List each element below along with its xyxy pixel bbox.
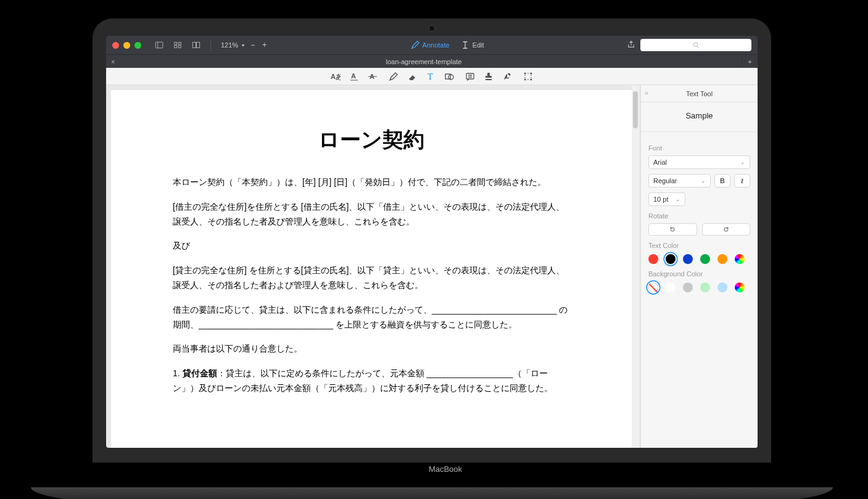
paragraph: 両当事者は以下の通り合意した。	[173, 342, 570, 357]
annotate-mode-label: Annotate	[423, 41, 450, 49]
svg-rect-21	[525, 73, 531, 80]
svg-line-9	[697, 46, 698, 47]
sample-preview: Sample	[641, 102, 758, 132]
panel-title: Text Tool	[686, 90, 713, 97]
paragraph: 及び	[173, 239, 570, 254]
note-icon[interactable]	[465, 72, 475, 81]
minimize-window[interactable]	[123, 42, 130, 49]
rotate-cw-button[interactable]	[702, 223, 751, 236]
color-swatch[interactable]	[735, 282, 745, 292]
svg-rect-5	[178, 46, 181, 48]
pencil-icon[interactable]	[389, 72, 399, 81]
svg-rect-7	[196, 43, 199, 48]
crop-icon[interactable]	[523, 72, 533, 81]
maximize-window[interactable]	[134, 42, 141, 49]
svg-point-8	[693, 43, 698, 47]
font-family-select[interactable]: Arial ⌄	[648, 155, 750, 169]
svg-text:Aあ: Aあ	[331, 73, 341, 81]
text-style-icon[interactable]: Aあ	[331, 72, 341, 81]
document-viewport[interactable]: ローン契約 本ローン契約（「本契約」）は、[年] [月] [日]（「発効日」）付…	[106, 85, 640, 448]
eraser-icon[interactable]	[407, 72, 417, 81]
paragraph: [貸主の完全な住所] を住所とする[貸主の氏名]、以下「貸主」といい、その表現は…	[173, 263, 570, 293]
annotation-toolbar: Aあ A A T	[106, 68, 758, 85]
close-tab-icon[interactable]: ×	[111, 58, 115, 65]
color-swatch[interactable]	[648, 282, 658, 292]
color-swatch[interactable]	[700, 254, 710, 264]
underline-a-icon[interactable]: A	[349, 72, 359, 81]
italic-button[interactable]: I	[734, 174, 750, 188]
signature-icon[interactable]	[502, 72, 512, 81]
rotate-ccw-button[interactable]	[648, 223, 697, 236]
font-size-select[interactable]: 10 pt ⌄	[648, 192, 685, 206]
color-swatch[interactable]	[666, 282, 676, 292]
close-window[interactable]	[112, 42, 119, 49]
share-button[interactable]	[627, 40, 635, 51]
chevron-down-icon: ⌄	[676, 196, 680, 202]
stamp-icon[interactable]	[484, 72, 494, 81]
chevron-down-icon: ⌄	[701, 178, 706, 184]
document-tab[interactable]: × loan-agreement-template	[106, 58, 742, 65]
font-weight-select[interactable]: Regular ⌄	[648, 174, 711, 188]
zoom-out-button[interactable]: −	[248, 41, 257, 49]
bg-color-label: Background Color	[648, 270, 750, 278]
chevron-down-icon: ⌄	[740, 159, 745, 165]
vertical-scrollbar[interactable]	[632, 85, 639, 448]
rotate-label: Rotate	[648, 212, 750, 220]
svg-point-23	[531, 73, 532, 74]
annotate-mode-button[interactable]: Annotate	[411, 41, 450, 49]
inspector-panel: » Text Tool Sample Font Arial ⌄ Regular	[640, 85, 758, 448]
loan-amount-label: 貸付金額	[183, 368, 217, 378]
color-swatch[interactable]	[666, 254, 676, 264]
color-swatch[interactable]	[717, 282, 727, 292]
zoom-in-button[interactable]: +	[261, 41, 268, 49]
paragraph: 借主の要請に応じて、貸主は、以下に含まれる条件にしたがって、__________…	[173, 303, 570, 332]
document-title: ローン契約	[173, 126, 570, 154]
font-size-value: 10 pt	[653, 196, 668, 203]
bg-color-swatches	[648, 282, 750, 292]
color-swatch[interactable]	[683, 282, 693, 292]
two-page-view-icon[interactable]	[189, 39, 203, 51]
color-swatch[interactable]	[700, 282, 710, 292]
paragraph: 本ローン契約（「本契約」）は、[年] [月] [日]（「発効日」）付で、下記の二…	[173, 175, 570, 190]
svg-text:A: A	[351, 72, 356, 80]
svg-rect-4	[175, 46, 177, 48]
svg-point-24	[524, 79, 526, 80]
zoom-level[interactable]: 121%	[221, 41, 238, 49]
collapse-panel-icon[interactable]: »	[645, 89, 648, 96]
svg-rect-3	[178, 43, 181, 45]
search-icon	[692, 41, 700, 49]
zoom-dropdown-icon[interactable]: ▾	[242, 43, 244, 48]
font-family-value: Arial	[653, 159, 667, 166]
svg-point-17	[448, 75, 453, 80]
shape-tool-icon[interactable]	[444, 72, 454, 81]
color-swatch[interactable]	[683, 254, 693, 264]
new-tab-button[interactable]: +	[742, 58, 758, 65]
paragraph-rest: ：貸主は、以下に定める条件にしたがって、元本金額 _______________…	[173, 368, 553, 393]
svg-rect-0	[155, 42, 162, 48]
laptop-base	[31, 487, 833, 499]
edit-mode-label: Edit	[473, 41, 484, 49]
titlebar: 121% ▾ − + Annotate Edit	[106, 36, 758, 54]
tab-title: loan-agreement-template	[386, 58, 462, 65]
edit-mode-button[interactable]: Edit	[461, 41, 484, 49]
document-page: ローン契約 本ローン契約（「本契約」）は、[年] [月] [日]（「発効日」）付…	[111, 90, 632, 448]
text-color-label: Text Color	[648, 242, 750, 249]
window-controls	[112, 42, 141, 49]
svg-rect-18	[466, 73, 474, 79]
color-swatch[interactable]	[735, 254, 745, 264]
strikethrough-a-icon[interactable]: A	[368, 72, 378, 81]
text-tool-icon[interactable]: T	[426, 72, 436, 81]
search-input[interactable]	[640, 39, 751, 51]
svg-point-22	[524, 73, 526, 74]
svg-point-25	[531, 79, 532, 80]
sidebar-toggle-icon[interactable]	[152, 39, 166, 51]
thumbnail-view-icon[interactable]	[171, 39, 184, 51]
bold-button[interactable]: B	[714, 174, 730, 188]
color-swatch[interactable]	[648, 254, 658, 264]
color-swatch[interactable]	[717, 254, 727, 264]
paragraph: [借主の完全な住所]を住所とする [借主の氏名]、以下「借主」といい、その表現は…	[173, 200, 570, 229]
svg-text:T: T	[428, 72, 433, 81]
text-color-swatches	[648, 254, 750, 264]
font-weight-value: Regular	[653, 177, 677, 184]
svg-rect-6	[192, 43, 196, 48]
